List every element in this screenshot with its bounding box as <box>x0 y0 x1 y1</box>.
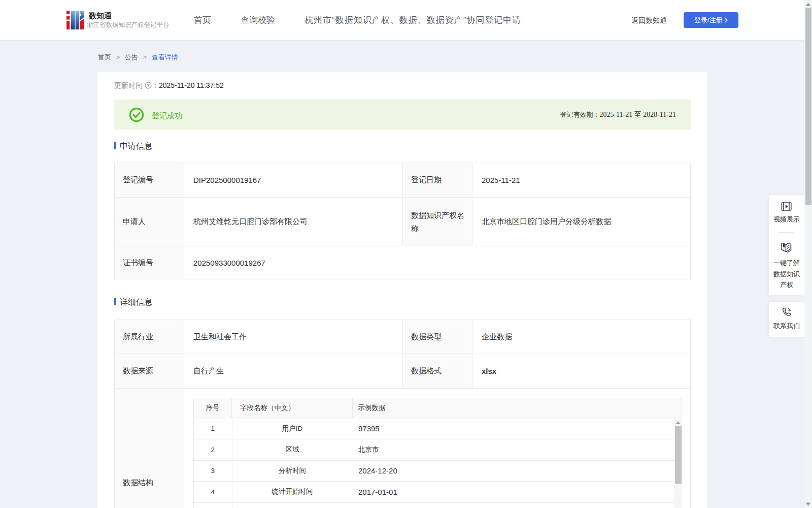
svg-text:?: ? <box>147 82 150 88</box>
